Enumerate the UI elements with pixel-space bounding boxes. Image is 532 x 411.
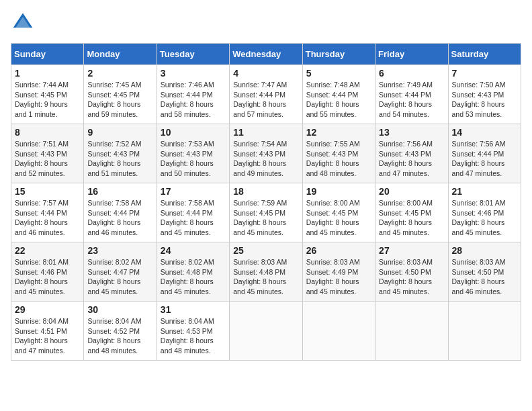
day-number: 4 (233, 68, 298, 79)
day-info: Sunrise: 7:56 AMSunset: 4:44 PMDaylight:… (452, 140, 506, 177)
day-info: Sunrise: 8:01 AMSunset: 4:46 PMDaylight:… (15, 258, 69, 295)
calendar-cell: 18Sunrise: 7:59 AMSunset: 4:45 PMDayligh… (230, 183, 302, 242)
day-number: 11 (233, 127, 298, 138)
calendar-cell: 31Sunrise: 8:04 AMSunset: 4:53 PMDayligh… (157, 302, 229, 361)
day-number: 14 (452, 127, 517, 138)
day-number: 10 (161, 127, 226, 138)
calendar-cell: 2Sunrise: 7:45 AMSunset: 4:45 PMDaylight… (84, 65, 157, 124)
calendar-cell: 9Sunrise: 7:52 AMSunset: 4:43 PMDaylight… (84, 124, 157, 183)
calendar-cell: 8Sunrise: 7:51 AMSunset: 4:43 PMDaylight… (11, 124, 84, 183)
day-number: 25 (233, 245, 298, 256)
calendar-cell: 3Sunrise: 7:46 AMSunset: 4:44 PMDaylight… (157, 65, 229, 124)
calendar-cell (230, 302, 302, 361)
calendar-cell: 17Sunrise: 7:58 AMSunset: 4:44 PMDayligh… (157, 183, 229, 242)
day-info: Sunrise: 8:03 AMSunset: 4:50 PMDaylight:… (379, 258, 433, 295)
calendar-cell: 10Sunrise: 7:53 AMSunset: 4:43 PMDayligh… (157, 124, 229, 183)
calendar-cell: 15Sunrise: 7:57 AMSunset: 4:44 PMDayligh… (11, 183, 84, 242)
weekday-header-monday: Monday (84, 44, 157, 65)
day-number: 17 (161, 186, 226, 197)
day-info: Sunrise: 7:58 AMSunset: 4:44 PMDaylight:… (161, 199, 214, 236)
calendar-cell: 14Sunrise: 7:56 AMSunset: 4:44 PMDayligh… (448, 124, 521, 183)
day-number: 27 (379, 245, 444, 256)
day-number: 18 (233, 186, 298, 197)
calendar-cell: 11Sunrise: 7:54 AMSunset: 4:43 PMDayligh… (230, 124, 302, 183)
day-info: Sunrise: 8:02 AMSunset: 4:48 PMDaylight:… (161, 258, 214, 295)
day-info: Sunrise: 7:45 AMSunset: 4:45 PMDaylight:… (87, 81, 141, 118)
day-info: Sunrise: 8:03 AMSunset: 4:49 PMDaylight:… (306, 258, 360, 295)
weekday-header-friday: Friday (375, 44, 448, 65)
day-number: 31 (161, 304, 226, 315)
calendar-cell: 5Sunrise: 7:48 AMSunset: 4:44 PMDaylight… (302, 65, 375, 124)
day-info: Sunrise: 7:44 AMSunset: 4:45 PMDaylight:… (15, 81, 69, 118)
day-number: 5 (306, 68, 371, 79)
weekday-header-thursday: Thursday (302, 44, 375, 65)
day-info: Sunrise: 7:55 AMSunset: 4:43 PMDaylight:… (306, 140, 360, 177)
day-info: Sunrise: 7:57 AMSunset: 4:44 PMDaylight:… (15, 199, 69, 236)
calendar-cell: 6Sunrise: 7:49 AMSunset: 4:44 PMDaylight… (375, 65, 448, 124)
day-info: Sunrise: 8:01 AMSunset: 4:46 PMDaylight:… (452, 199, 506, 236)
calendar-table: SundayMondayTuesdayWednesdayThursdayFrid… (11, 43, 521, 361)
calendar-cell (302, 302, 375, 361)
calendar-cell: 23Sunrise: 8:02 AMSunset: 4:47 PMDayligh… (84, 242, 157, 302)
day-info: Sunrise: 8:03 AMSunset: 4:50 PMDaylight:… (452, 258, 506, 295)
weekday-header-sunday: Sunday (11, 44, 84, 65)
weekday-header-tuesday: Tuesday (157, 44, 229, 65)
day-number: 20 (379, 186, 444, 197)
day-number: 24 (161, 245, 226, 256)
day-info: Sunrise: 8:02 AMSunset: 4:47 PMDaylight:… (87, 258, 141, 295)
calendar-cell: 22Sunrise: 8:01 AMSunset: 4:46 PMDayligh… (11, 242, 84, 302)
day-number: 30 (87, 304, 152, 315)
calendar-cell: 16Sunrise: 7:58 AMSunset: 4:44 PMDayligh… (84, 183, 157, 242)
day-info: Sunrise: 7:49 AMSunset: 4:44 PMDaylight:… (379, 81, 433, 118)
day-number: 16 (87, 186, 152, 197)
calendar-cell: 30Sunrise: 8:04 AMSunset: 4:52 PMDayligh… (84, 302, 157, 361)
day-number: 26 (306, 245, 371, 256)
day-info: Sunrise: 8:04 AMSunset: 4:51 PMDaylight:… (15, 317, 69, 355)
day-info: Sunrise: 8:04 AMSunset: 4:53 PMDaylight:… (161, 317, 214, 355)
day-info: Sunrise: 8:04 AMSunset: 4:52 PMDaylight:… (87, 317, 141, 355)
calendar-cell (448, 302, 521, 361)
day-number: 1 (15, 68, 80, 79)
calendar-cell: 24Sunrise: 8:02 AMSunset: 4:48 PMDayligh… (157, 242, 229, 302)
day-info: Sunrise: 7:59 AMSunset: 4:45 PMDaylight:… (233, 199, 287, 236)
day-number: 12 (306, 127, 371, 138)
day-number: 9 (87, 127, 152, 138)
day-info: Sunrise: 7:50 AMSunset: 4:43 PMDaylight:… (452, 81, 506, 118)
day-number: 8 (15, 127, 80, 138)
logo (11, 11, 39, 35)
day-info: Sunrise: 7:53 AMSunset: 4:43 PMDaylight:… (161, 140, 214, 177)
day-info: Sunrise: 7:58 AMSunset: 4:44 PMDaylight:… (87, 199, 141, 236)
weekday-header-wednesday: Wednesday (230, 44, 302, 65)
day-number: 22 (15, 245, 80, 256)
calendar-cell: 7Sunrise: 7:50 AMSunset: 4:43 PMDaylight… (448, 65, 521, 124)
day-number: 13 (379, 127, 444, 138)
calendar-cell: 20Sunrise: 8:00 AMSunset: 4:45 PMDayligh… (375, 183, 448, 242)
day-info: Sunrise: 7:56 AMSunset: 4:43 PMDaylight:… (379, 140, 433, 177)
day-number: 28 (452, 245, 517, 256)
day-number: 23 (87, 245, 152, 256)
day-info: Sunrise: 7:48 AMSunset: 4:44 PMDaylight:… (306, 81, 360, 118)
logo-icon (11, 11, 35, 35)
day-info: Sunrise: 7:52 AMSunset: 4:43 PMDaylight:… (87, 140, 141, 177)
calendar-cell: 12Sunrise: 7:55 AMSunset: 4:43 PMDayligh… (302, 124, 375, 183)
day-number: 29 (15, 304, 80, 315)
day-number: 7 (452, 68, 517, 79)
weekday-header-saturday: Saturday (448, 44, 521, 65)
day-number: 15 (15, 186, 80, 197)
day-number: 3 (161, 68, 226, 79)
day-number: 19 (306, 186, 371, 197)
calendar-cell: 19Sunrise: 8:00 AMSunset: 4:45 PMDayligh… (302, 183, 375, 242)
day-info: Sunrise: 7:47 AMSunset: 4:44 PMDaylight:… (233, 81, 287, 118)
day-number: 2 (87, 68, 152, 79)
calendar-cell (375, 302, 448, 361)
day-number: 6 (379, 68, 444, 79)
day-info: Sunrise: 8:03 AMSunset: 4:48 PMDaylight:… (233, 258, 287, 295)
day-info: Sunrise: 7:54 AMSunset: 4:43 PMDaylight:… (233, 140, 287, 177)
calendar-cell: 26Sunrise: 8:03 AMSunset: 4:49 PMDayligh… (302, 242, 375, 302)
day-info: Sunrise: 7:51 AMSunset: 4:43 PMDaylight:… (15, 140, 69, 177)
calendar-cell: 4Sunrise: 7:47 AMSunset: 4:44 PMDaylight… (230, 65, 302, 124)
calendar-cell: 28Sunrise: 8:03 AMSunset: 4:50 PMDayligh… (448, 242, 521, 302)
day-info: Sunrise: 8:00 AMSunset: 4:45 PMDaylight:… (306, 199, 360, 236)
calendar-cell: 1Sunrise: 7:44 AMSunset: 4:45 PMDaylight… (11, 65, 84, 124)
day-number: 21 (452, 186, 517, 197)
